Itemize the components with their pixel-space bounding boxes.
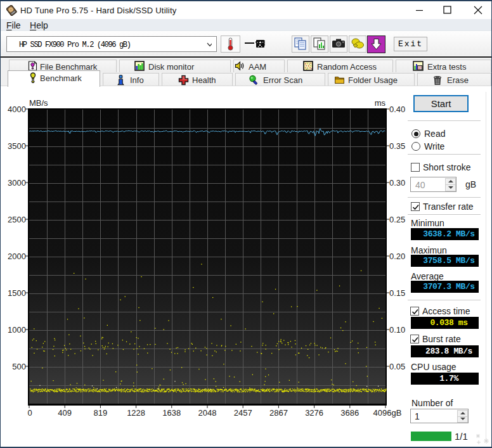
svg-text:3500: 3500	[8, 141, 26, 151]
svg-text:1228: 1228	[127, 408, 145, 418]
svg-text:1500: 1500	[8, 288, 26, 298]
svg-text:2867: 2867	[269, 408, 288, 418]
svg-text:3276: 3276	[305, 408, 323, 418]
svg-text:409: 409	[58, 408, 72, 418]
svg-text:0.40: 0.40	[389, 105, 405, 114]
svg-text:0.30: 0.30	[389, 178, 405, 188]
svg-text:3686: 3686	[340, 408, 359, 418]
svg-text:4096gB: 4096gB	[373, 408, 402, 418]
svg-text:1638: 1638	[162, 408, 181, 418]
svg-text:0.20: 0.20	[389, 252, 405, 261]
svg-text:ms: ms	[375, 98, 386, 108]
svg-text:0.15: 0.15	[389, 288, 405, 298]
svg-text:0.05: 0.05	[389, 362, 405, 371]
svg-text:2048: 2048	[198, 408, 217, 418]
svg-text:0.10: 0.10	[389, 325, 405, 335]
svg-text:MB/s: MB/s	[29, 98, 48, 108]
svg-text:4000: 4000	[8, 105, 26, 114]
svg-text:2000: 2000	[8, 252, 26, 261]
svg-text:2500: 2500	[8, 215, 26, 224]
svg-text:0.25: 0.25	[389, 215, 405, 224]
svg-text:500: 500	[12, 362, 26, 371]
svg-text:3000: 3000	[8, 178, 26, 188]
svg-text:1000: 1000	[8, 325, 26, 335]
svg-text:2457: 2457	[234, 408, 252, 418]
svg-text:819: 819	[94, 408, 108, 418]
svg-text:0.35: 0.35	[389, 141, 405, 151]
svg-text:0: 0	[27, 408, 32, 418]
